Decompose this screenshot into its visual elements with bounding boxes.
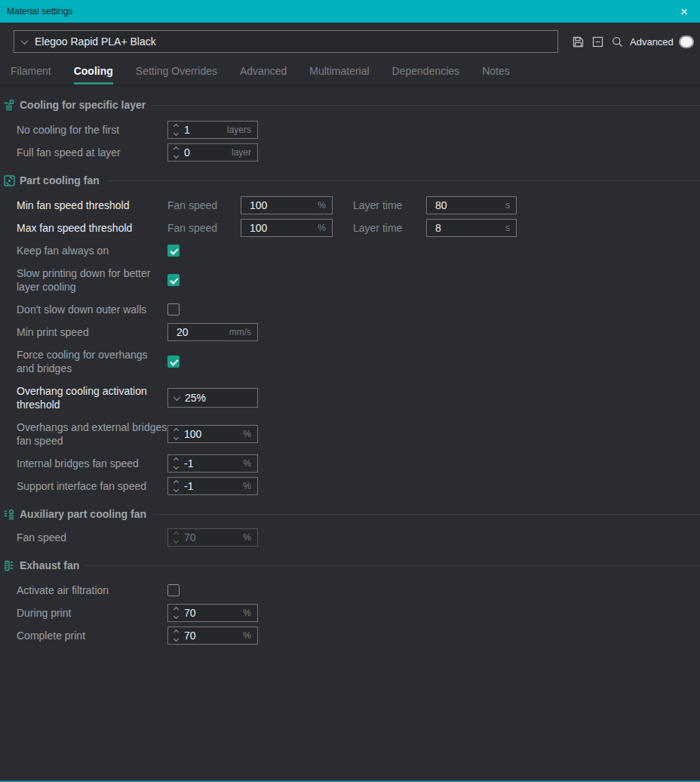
max-threshold-layer-time-input[interactable] (427, 222, 505, 234)
overhang-threshold-dropdown[interactable]: 25% (167, 388, 258, 408)
chevron-down-icon (21, 37, 29, 45)
setting-row-keep-fan-always-on: Keep fan always on (0, 239, 700, 262)
spin-up-icon[interactable] (173, 457, 179, 463)
spinner-control[interactable] (168, 481, 183, 491)
spin-down-icon[interactable] (173, 614, 179, 619)
setting-row-min-print-speed: Min print speed mm/s (0, 321, 700, 343)
tab-dependencies[interactable]: Dependencies (392, 65, 460, 85)
full-fan-at-layer-input[interactable] (183, 146, 232, 159)
tab-multimaterial[interactable]: Multimaterial (309, 65, 369, 85)
save-icon[interactable] (571, 35, 585, 48)
spinner-control[interactable] (168, 429, 183, 439)
setting-row-during-print: During print % (0, 602, 700, 624)
overhangs-external-fan-speed-input[interactable] (183, 428, 243, 440)
search-icon[interactable] (610, 35, 624, 48)
advanced-toggle[interactable] (679, 35, 694, 48)
advanced-label: Advanced (630, 36, 674, 48)
setting-label: Max fan speed threshold (17, 221, 167, 235)
spinner-control (168, 532, 183, 543)
min-print-speed-field: mm/s (167, 323, 258, 341)
spin-down-icon[interactable] (173, 636, 179, 642)
setting-row-slow-printing-down: Slow printing down for better layer cool… (0, 262, 700, 298)
setting-label: Overhangs and external bridges fan speed (17, 420, 167, 448)
tab-setting-overrides[interactable]: Setting Overrides (136, 65, 217, 85)
setting-label: Activate air filtration (17, 583, 167, 597)
spinner-control[interactable] (168, 125, 183, 135)
section-auxiliary-fan: Auxiliary part cooling fan (0, 505, 700, 523)
internal-bridges-fan-speed-input[interactable] (183, 457, 243, 470)
setting-label: Force cooling for overhangs and bridges (17, 348, 167, 375)
spin-down-icon[interactable] (173, 487, 179, 492)
setting-label: During print (17, 606, 167, 620)
setting-row-support-interface-fan-speed: Support interface fan speed % (0, 475, 700, 497)
spin-up-icon[interactable] (173, 630, 179, 635)
setting-label: Min print speed (17, 325, 167, 339)
activate-air-filtration-checkbox[interactable] (167, 584, 180, 596)
spin-up-icon[interactable] (173, 146, 179, 152)
close-icon[interactable]: × (676, 5, 692, 18)
unit-label: % (243, 608, 257, 618)
setting-row-min-threshold: Min fan speed threshold Fan speed % Laye… (0, 194, 700, 217)
spinner-control[interactable] (168, 458, 183, 469)
tab-advanced[interactable]: Advanced (240, 65, 287, 85)
setting-row-no-cooling-first: No cooling for the first layers (0, 119, 700, 141)
max-threshold-layer-time-field: s (426, 219, 517, 237)
unit-label: s (505, 223, 516, 233)
setting-row-force-cooling-overhangs: Force cooling for overhangs and bridges (0, 343, 700, 380)
tab-filament[interactable]: Filament (11, 65, 51, 85)
internal-bridges-fan-speed-field: % (167, 454, 258, 473)
max-threshold-fan-speed-input[interactable] (241, 222, 318, 234)
tab-cooling[interactable]: Cooling (74, 65, 113, 85)
setting-label: Fan speed (17, 531, 167, 544)
min-threshold-fan-speed-input[interactable] (241, 199, 318, 211)
min-threshold-fan-speed-field: % (241, 196, 333, 214)
preset-dropdown[interactable]: Elegoo Rapid PLA+ Black (14, 30, 558, 53)
preset-bar: Elegoo Rapid PLA+ Black Advanced (0, 23, 700, 56)
section-part-cooling-fan: Part cooling fan (0, 171, 700, 189)
spin-down-icon[interactable] (173, 131, 179, 136)
support-interface-fan-speed-field: % (167, 477, 258, 495)
section-divider (153, 514, 700, 515)
spinner-control[interactable] (168, 630, 183, 641)
unit-label: s (505, 200, 516, 211)
setting-row-overhang-activation-threshold: Overhang cooling activation threshold 25… (0, 380, 700, 416)
settings-panel: Cooling for specific layer No cooling fo… (0, 85, 700, 780)
setting-label: Complete print (17, 629, 167, 642)
cooling-layer-icon (3, 99, 16, 112)
spin-up-icon[interactable] (173, 607, 179, 612)
section-cooling-specific-layer: Cooling for specific layer (0, 96, 700, 114)
section-exhaust-fan: Exhaust fan (0, 556, 700, 574)
setting-row-internal-bridges-fan-speed: Internal bridges fan speed % (0, 452, 700, 475)
spin-up-icon[interactable] (173, 428, 179, 433)
spin-down-icon[interactable] (173, 464, 179, 470)
unit-label: % (243, 458, 257, 469)
min-print-speed-input[interactable] (168, 326, 229, 338)
dont-slow-outer-walls-checkbox[interactable] (167, 303, 180, 316)
min-threshold-layer-time-input[interactable] (427, 199, 505, 211)
section-title: Auxiliary part cooling fan (20, 508, 146, 520)
setting-label: No cooling for the first (17, 123, 167, 137)
spinner-control[interactable] (168, 608, 183, 618)
spin-down-icon[interactable] (173, 435, 179, 440)
keep-fan-always-on-checkbox[interactable] (167, 245, 180, 257)
spin-up-icon[interactable] (173, 124, 179, 129)
section-title: Exhaust fan (20, 559, 79, 571)
force-cooling-overhangs-checkbox[interactable] (167, 356, 180, 368)
complete-print-input[interactable] (183, 630, 243, 642)
spin-up-icon[interactable] (173, 480, 179, 485)
toggle-knob (680, 37, 692, 47)
delete-preset-icon[interactable] (591, 35, 604, 48)
tab-notes[interactable]: Notes (482, 65, 510, 85)
exhaust-fan-icon (3, 559, 16, 572)
tab-bar: Filament Cooling Setting Overrides Advan… (0, 56, 700, 85)
unit-label: layers (227, 125, 257, 135)
spin-down-icon[interactable] (173, 153, 179, 159)
support-interface-fan-speed-input[interactable] (183, 480, 243, 492)
during-print-field: % (167, 604, 258, 622)
slow-printing-down-checkbox[interactable] (167, 274, 180, 286)
preset-value: Elegoo Rapid PLA+ Black (35, 35, 156, 48)
during-print-input[interactable] (183, 607, 243, 619)
spinner-control[interactable] (168, 147, 183, 158)
section-divider (106, 180, 700, 181)
no-cooling-first-input[interactable] (183, 124, 227, 136)
